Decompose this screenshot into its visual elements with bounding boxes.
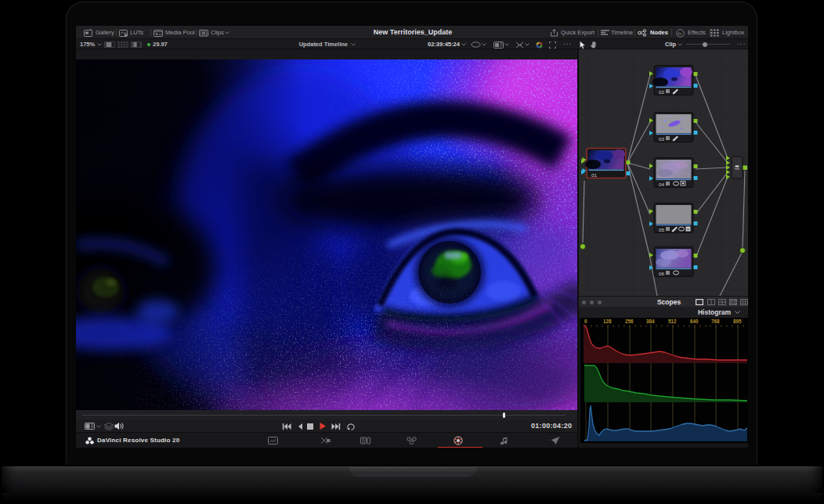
svg-text:03: 03 bbox=[659, 136, 664, 142]
svg-text:04: 04 bbox=[659, 182, 664, 187]
svg-text:02: 02 bbox=[659, 89, 664, 95]
svg-text:01: 01 bbox=[591, 172, 597, 178]
svg-text:512: 512 bbox=[668, 319, 677, 324]
svg-text:384: 384 bbox=[646, 319, 655, 324]
svg-text:768: 768 bbox=[711, 319, 720, 324]
svg-text:895: 895 bbox=[733, 319, 742, 324]
svg-text:fx: fx bbox=[678, 31, 682, 35]
svg-text:640: 640 bbox=[690, 319, 699, 324]
svg-text:128: 128 bbox=[603, 319, 612, 324]
svg-text:05: 05 bbox=[659, 227, 664, 232]
svg-text:256: 256 bbox=[625, 319, 634, 324]
svg-text:06: 06 bbox=[659, 271, 664, 276]
svg-text:0: 0 bbox=[584, 319, 587, 324]
